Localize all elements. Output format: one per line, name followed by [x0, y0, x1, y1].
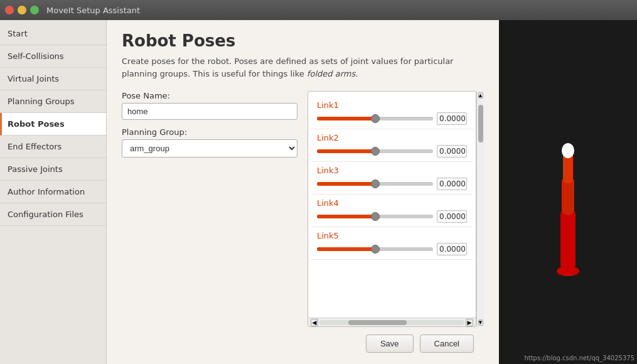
sidebar-item-robot-poses[interactable]: Robot Poses	[0, 113, 106, 136]
pose-name-input[interactable]	[122, 103, 297, 120]
joint-slider-link5[interactable]	[317, 247, 433, 251]
joint-row-link5: Link5 0.0000	[311, 227, 473, 260]
save-button[interactable]: Save	[366, 335, 414, 353]
hscroll-thumb	[348, 320, 406, 325]
titlebar: MoveIt Setup Assistant	[0, 0, 637, 20]
joint-name-link2: Link2	[317, 133, 467, 142]
joint-value-link4: 0.0000	[437, 210, 467, 223]
joint-row-link4: Link4 0.0000	[311, 195, 473, 227]
joint-slider-row-link1: 0.0000	[317, 112, 467, 125]
robot-lower-body	[560, 208, 575, 271]
planning-group-select[interactable]: arm_group	[122, 139, 297, 158]
joint-row-link1: Link1 0.0000	[311, 97, 473, 129]
joint-slider-row-link5: 0.0000	[317, 243, 467, 255]
hscroll-track	[319, 320, 464, 325]
joint-row-link2: Link2 0.0000	[311, 129, 473, 162]
joint-name-link1: Link1	[317, 100, 467, 110]
pose-name-label: Pose Name:	[122, 91, 297, 100]
joint-slider-row-link3: 0.0000	[317, 178, 467, 190]
cancel-button[interactable]: Cancel	[420, 335, 474, 353]
watermark: https://blog.csdn.net/qq_34025375	[524, 355, 634, 361]
sidebar-item-passive-joints[interactable]: Passive Joints	[0, 158, 106, 181]
window-title: MoveIt Setup Assistant	[46, 6, 140, 15]
page-description: Create poses for the robot. Poses are de…	[122, 55, 484, 80]
page-title: Robot Poses	[122, 31, 484, 50]
sidebar-item-configuration-files[interactable]: Configuration Files	[0, 203, 106, 226]
sidebar-item-self-collisions[interactable]: Self-Collisions	[0, 45, 106, 68]
joint-name-link5: Link5	[317, 231, 467, 240]
joint-slider-link4[interactable]	[317, 215, 433, 218]
sidebar-item-author-information[interactable]: Author Information	[0, 181, 106, 203]
joint-slider-row-link2: 0.0000	[317, 145, 467, 158]
joints-hscrollbar[interactable]: ◀ ▶	[308, 318, 476, 326]
minimize-button[interactable]	[18, 6, 26, 14]
joint-value-link2: 0.0000	[437, 145, 467, 158]
joint-slider-link2[interactable]	[317, 149, 433, 153]
joints-vscrollbar[interactable]: ▲ ▼	[476, 91, 484, 327]
left-form: Pose Name: Planning Group: arm_group	[122, 91, 297, 353]
joint-row-link3: Link3 0.0000	[311, 162, 473, 195]
hscroll-right-btn[interactable]: ▶	[466, 319, 473, 326]
bottom-buttons: Save Cancel	[308, 327, 484, 353]
joint-slider-link3[interactable]	[317, 182, 433, 186]
main-content: Robot Poses Create poses for the robot. …	[107, 20, 499, 364]
hscroll-left-btn[interactable]: ◀	[311, 319, 318, 326]
planning-group-label: Planning Group:	[122, 127, 297, 137]
joint-slider-link1[interactable]	[317, 117, 433, 120]
main-window: MoveIt Setup Assistant Start Self-Collis…	[0, 0, 637, 364]
sidebar-item-virtual-joints[interactable]: Virtual Joints	[0, 68, 106, 90]
joint-slider-row-link4: 0.0000	[317, 210, 467, 223]
sidebar: Start Self-Collisions Virtual Joints Pla…	[0, 20, 107, 364]
robot-head	[562, 143, 574, 158]
joints-inner: Link1 0.0000 Link2	[308, 91, 484, 327]
joint-name-link3: Link3	[317, 166, 467, 175]
robot-highlight	[564, 145, 569, 151]
sidebar-item-end-effectors[interactable]: End Effectors	[0, 136, 106, 158]
vscroll-up-btn[interactable]: ▲	[478, 92, 483, 99]
robot-visualization	[499, 20, 637, 364]
sidebar-item-start[interactable]: Start	[0, 23, 106, 45]
joint-value-link3: 0.0000	[437, 178, 467, 190]
robot-viewport: https://blog.csdn.net/qq_34025375	[499, 20, 637, 364]
joint-name-link4: Link4	[317, 198, 467, 208]
joint-value-link5: 0.0000	[437, 243, 467, 255]
joint-value-link1: 0.0000	[437, 112, 467, 125]
vscroll-thumb	[478, 105, 483, 142]
maximize-button[interactable]	[30, 6, 39, 14]
close-button[interactable]	[5, 6, 14, 14]
joints-scroll[interactable]: Link1 0.0000 Link2	[308, 92, 476, 318]
content-area: Start Self-Collisions Virtual Joints Pla…	[0, 20, 637, 364]
sidebar-item-planning-groups[interactable]: Planning Groups	[0, 90, 106, 113]
joints-panel: Link1 0.0000 Link2	[308, 91, 476, 327]
joints-outer: Link1 0.0000 Link2	[308, 91, 484, 353]
form-area: Pose Name: Planning Group: arm_group	[122, 91, 484, 353]
vscroll-down-btn[interactable]: ▼	[478, 319, 483, 326]
